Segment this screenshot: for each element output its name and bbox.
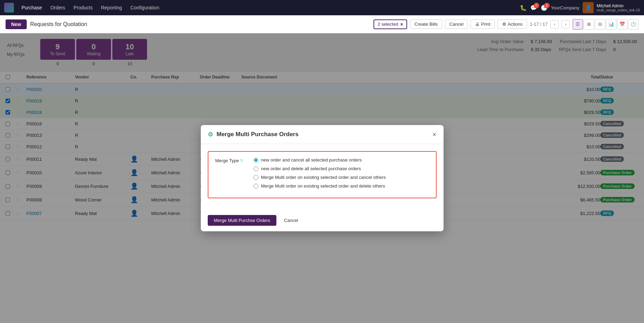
merge-option-1[interactable]: new order and cancel all selected purcha… (254, 157, 386, 163)
chart-view-button[interactable]: 📊 (606, 19, 616, 30)
activity-icon[interactable]: 🕐 5 (541, 5, 548, 11)
debug-icon[interactable]: 🐛 (520, 5, 527, 11)
merge-radio-4[interactable] (254, 184, 258, 189)
app-logo (4, 3, 14, 13)
merge-type-row: Merge Type ? new order and cancel all se… (215, 157, 429, 189)
modal-title: Merge Multi Purchase Orders (217, 131, 299, 138)
modal-body: Merge Type ? new order and cancel all se… (201, 144, 444, 211)
nav-purchase[interactable]: Purchase (18, 3, 45, 13)
calendar-view-button[interactable]: 📅 (617, 19, 627, 30)
top-navigation: Purchase Orders Products Reporting Confi… (0, 0, 644, 15)
view-switcher: ☰ ⊞ ⊟ 📊 📅 🕐 (573, 19, 638, 30)
activity-view-button[interactable]: 🕐 (628, 19, 638, 30)
pagination: 1-17 / 17 (530, 22, 548, 27)
print-icon: 🖨 (475, 22, 480, 27)
merge-radio-1[interactable] (254, 158, 258, 163)
user-menu[interactable]: 👤 Mitchell Admin multi_merge_orders_knk-… (583, 2, 640, 13)
table-view-button[interactable]: ⊟ (595, 19, 605, 30)
nav-products[interactable]: Products (70, 3, 96, 13)
cancel-merge-button[interactable]: Cancel (280, 215, 302, 226)
user-info: Mitchell Admin multi_merge_orders_knk-18 (596, 3, 640, 12)
create-bills-button[interactable]: Create Bills (410, 19, 442, 29)
user-handle: multi_merge_orders_knk-18 (596, 8, 640, 12)
user-name: Mitchell Admin (596, 3, 640, 8)
modal-gear-icon: ⚙ (208, 131, 213, 138)
actionbar-controls: 2 selected × Create Bills Cancel 🖨 Print… (373, 19, 638, 30)
list-view-button[interactable]: ☰ (573, 19, 583, 30)
company-name[interactable]: YourCompany (551, 5, 579, 10)
print-button[interactable]: 🖨 Print (471, 19, 495, 29)
modal-close-button[interactable]: × (432, 131, 437, 138)
modal-header: ⚙ Merge Multi Purchase Orders × (201, 125, 444, 144)
modal-footer: Merge Multi Purchse Orders Cancel (201, 211, 444, 231)
activity-badge: 5 (544, 3, 550, 8)
chat-badge: 7 (534, 3, 539, 8)
main-content: All RFQs My RFQs 9 To Send 0 Waiting 10 … (0, 33, 644, 323)
actions-button[interactable]: ⚙ Actions (498, 19, 527, 29)
merge-option-2[interactable]: new order and delete all selected purcha… (254, 166, 386, 171)
action-bar: New Requests for Quotation 2 selected × … (0, 15, 644, 33)
nav-orders[interactable]: Orders (47, 3, 69, 13)
nav-reporting[interactable]: Reporting (97, 3, 126, 13)
nav-configuration[interactable]: Configuration (127, 3, 163, 13)
next-page-button[interactable]: › (561, 20, 570, 28)
kanban-view-button[interactable]: ⊞ (584, 19, 594, 30)
new-button[interactable]: New (6, 19, 27, 29)
cancel-button[interactable]: Cancel (445, 19, 468, 29)
gear-icon: ⚙ (502, 22, 506, 27)
modal-form-section: Merge Type ? new order and cancel all se… (208, 151, 437, 198)
merge-option-3[interactable]: Merge Multi order on existing selected o… (254, 175, 386, 180)
merge-type-options: new order and cancel all selected purcha… (254, 157, 386, 189)
merge-radio-2[interactable] (254, 166, 258, 171)
confirm-merge-button[interactable]: Merge Multi Purchse Orders (208, 215, 277, 226)
modal-overlay: ⚙ Merge Multi Purchase Orders × Merge Ty… (0, 33, 644, 323)
user-avatar: 👤 (583, 2, 594, 13)
chat-icon[interactable]: 💬 7 (530, 5, 537, 11)
merge-type-label: Merge Type ? (215, 157, 247, 163)
selected-count-badge[interactable]: 2 selected × (373, 19, 407, 29)
topnav-right: 🐛 💬 7 🕐 5 YourCompany 👤 Mitchell Admin m… (520, 2, 640, 13)
merge-radio-3[interactable] (254, 175, 258, 180)
clear-selection-icon[interactable]: × (400, 22, 403, 27)
merge-option-4[interactable]: Merge Multi order on existing selected o… (254, 183, 386, 189)
help-icon[interactable]: ? (240, 159, 242, 163)
prev-page-button[interactable]: ‹ (550, 20, 559, 28)
merge-modal: ⚙ Merge Multi Purchase Orders × Merge Ty… (201, 125, 444, 231)
page-title: Requests for Quotation (30, 21, 87, 27)
